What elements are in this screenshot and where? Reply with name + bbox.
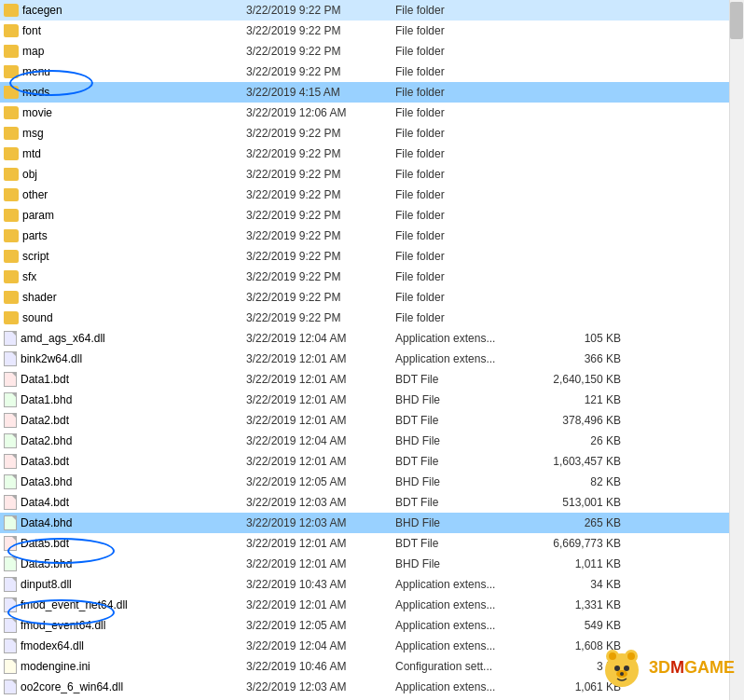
col-date: 3/22/2019 12:01 AM [246,598,395,611]
table-row[interactable]: Data3.bhd 3/22/2019 12:05 AM BHD File 82… [0,472,744,492]
col-name: fmodex64.dll [4,638,246,653]
table-row[interactable]: msg 3/22/2019 9:22 PM File folder [0,123,744,144]
table-row[interactable]: Data3.bdt 3/22/2019 12:01 AM BDT File 1,… [0,451,744,472]
table-row[interactable]: Data4.bhd 3/22/2019 12:03 AM BHD File 26… [0,513,744,533]
col-name: script [4,250,246,263]
table-row[interactable]: dinput8.dll 3/22/2019 10:43 AM Applicati… [0,574,744,595]
file-name-label: obj [22,168,37,181]
col-type: Application extens... [395,578,544,591]
file-icon [4,433,17,448]
table-row[interactable]: Data5.bdt 3/22/2019 12:01 AM BDT File 6,… [0,533,744,554]
file-name-label: fmodex64.dll [21,639,84,652]
file-name-label: param [22,209,54,222]
col-date: 3/22/2019 12:05 AM [246,475,395,488]
file-name-label: script [22,250,49,263]
col-name: fmod_event_net64.dll [4,597,246,612]
table-row[interactable]: map 3/22/2019 9:22 PM File folder [0,41,744,62]
file-name-label: Data4.bdt [21,496,69,509]
file-name-label: map [22,45,44,58]
col-name: Data5.bhd [4,556,246,571]
col-type: File folder [395,270,544,283]
col-date: 3/22/2019 12:01 AM [246,373,395,386]
folder-icon [4,168,19,181]
table-row[interactable]: other 3/22/2019 9:22 PM File folder [0,185,744,205]
col-name: facegen [4,4,246,17]
col-size: 1,011 KB [544,557,628,570]
scrollbar[interactable] [729,0,744,700]
file-name-label: shader [22,291,57,304]
table-row[interactable]: Data1.bdt 3/22/2019 12:01 AM BDT File 2,… [0,369,744,390]
table-row[interactable]: shader 3/22/2019 9:22 PM File folder [0,287,744,308]
file-icon [4,679,17,694]
table-row[interactable]: bink2w64.dll 3/22/2019 12:01 AM Applicat… [0,349,744,369]
table-row[interactable]: param 3/22/2019 9:22 PM File folder [0,205,744,226]
table-row[interactable]: Data2.bdt 3/22/2019 12:01 AM BDT File 37… [0,410,744,431]
table-row[interactable]: sound 3/22/2019 9:22 PM File folder [0,308,744,328]
table-row[interactable]: obj 3/22/2019 9:22 PM File folder [0,164,744,185]
col-name: fmod_event64.dll [4,618,246,633]
table-row[interactable]: fmod_event64.dll 3/22/2019 12:05 AM Appl… [0,615,744,636]
table-row[interactable]: movie 3/22/2019 12:06 AM File folder [0,103,744,123]
table-row[interactable]: parts 3/22/2019 9:22 PM File folder [0,226,744,246]
table-row[interactable]: sfx 3/22/2019 9:22 PM File folder [0,267,744,287]
file-icon [4,597,17,612]
col-name: amd_ags_x64.dll [4,331,246,346]
file-list: facegen 3/22/2019 9:22 PM File folder fo… [0,0,744,700]
col-name: menu [4,65,246,78]
table-row[interactable]: fmod_event_net64.dll 3/22/2019 12:01 AM … [0,595,744,615]
file-name-label: msg [22,127,44,140]
col-name: mtd [4,147,246,160]
file-name-label: amd_ags_x64.dll [21,332,105,345]
col-date: 3/22/2019 9:22 PM [246,168,395,181]
file-name-label: Data3.bdt [21,455,69,468]
col-name: map [4,45,246,58]
folder-icon [4,24,19,37]
file-icon [4,495,17,510]
col-type: File folder [395,147,544,160]
table-row[interactable]: mods 3/22/2019 4:15 AM File folder [0,82,744,103]
col-name: sound [4,311,246,324]
col-name: dinput8.dll [4,577,246,592]
col-type: BDT File [395,537,544,550]
col-date: 3/22/2019 9:22 PM [246,65,395,78]
col-name: Data5.bdt [4,536,246,551]
table-row[interactable]: amd_ags_x64.dll 3/22/2019 12:04 AM Appli… [0,328,744,349]
table-row[interactable]: Data2.bhd 3/22/2019 12:04 AM BHD File 26… [0,431,744,451]
folder-icon [4,229,19,242]
file-icon [4,413,17,428]
col-date: 3/22/2019 12:01 AM [246,352,395,365]
col-type: File folder [395,24,544,37]
col-name: shader [4,291,246,304]
col-name: Data3.bhd [4,474,246,489]
table-row[interactable]: font 3/22/2019 9:22 PM File folder [0,21,744,41]
file-name-label: Data5.bdt [21,537,69,550]
col-date: 3/22/2019 9:22 PM [246,24,395,37]
table-row[interactable]: Data5.bhd 3/22/2019 12:01 AM BHD File 1,… [0,554,744,574]
col-date: 3/22/2019 12:05 AM [246,619,395,632]
col-size: 265 KB [544,516,628,529]
file-icon [4,577,17,592]
svg-point-6 [624,666,629,671]
table-row[interactable]: mtd 3/22/2019 9:22 PM File folder [0,144,744,164]
col-size: 2,640,150 KB [544,373,628,386]
folder-icon [4,4,19,17]
col-size: 6,669,773 KB [544,537,628,550]
table-row[interactable]: menu 3/22/2019 9:22 PM File folder [0,62,744,82]
scrollbar-thumb[interactable] [730,2,743,39]
file-icon [4,515,17,530]
col-date: 3/22/2019 9:22 PM [246,250,395,263]
table-row[interactable]: Data4.bdt 3/22/2019 12:03 AM BDT File 51… [0,492,744,513]
col-date: 3/22/2019 12:01 AM [246,557,395,570]
file-name-label: other [22,188,48,201]
file-name-label: Data3.bhd [21,475,72,488]
table-row[interactable]: Data1.bhd 3/22/2019 12:01 AM BHD File 12… [0,390,744,410]
col-type: BDT File [395,373,544,386]
col-date: 3/22/2019 12:06 AM [246,106,395,119]
col-type: File folder [395,209,544,222]
file-icon [4,372,17,387]
table-row[interactable]: script 3/22/2019 9:22 PM File folder [0,246,744,267]
table-row[interactable]: facegen 3/22/2019 9:22 PM File folder [0,0,744,21]
col-size: 1,331 KB [544,598,628,611]
col-size: 513,001 KB [544,496,628,509]
col-name: parts [4,229,246,242]
